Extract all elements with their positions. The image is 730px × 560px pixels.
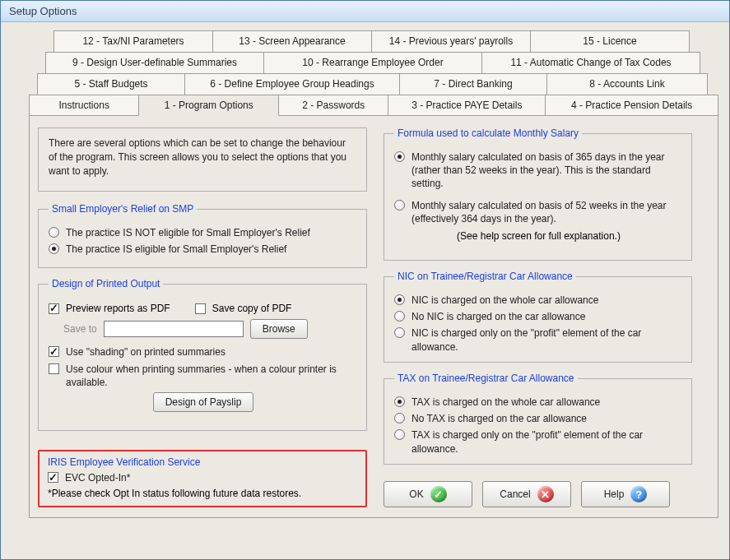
design-payslip-button[interactable]: Design of Payslip [153, 392, 254, 412]
group-printed-legend: Design of Printed Output [49, 278, 163, 289]
radio-salary-52[interactable] [394, 200, 405, 211]
radio-tax-none[interactable] [394, 413, 405, 423]
tab-15[interactable]: 15 - Licence [530, 30, 690, 52]
radio-smp-not-eligible[interactable] [49, 227, 59, 238]
browse-button[interactable]: Browse [250, 319, 308, 339]
radio-nic-whole[interactable] [394, 294, 405, 305]
check-shading[interactable] [49, 346, 59, 357]
group-smp: Small Employer's Relief on SMP The pract… [38, 203, 367, 268]
left-column: There are several options which can be s… [38, 127, 367, 507]
intro-text: There are several options which can be s… [38, 127, 367, 192]
cancel-button[interactable]: Cancel ✕ [482, 481, 571, 507]
label-nic-profit: NIC is charged only on the "profit" elem… [411, 326, 683, 353]
help-button[interactable]: Help ? [581, 481, 670, 507]
group-tax-legend: TAX on Trainee/Registrar Car Allowance [394, 373, 578, 384]
tabs-row-1: 12 - Tax/NI Parameters 13 - Screen Appea… [53, 30, 695, 52]
tab-9[interactable]: 9 - Design User-definable Summaries [45, 52, 264, 73]
label-nic-none: No NIC is charged on the car allowance [411, 310, 585, 323]
label-salary-365: Monthly salary calculated on basis of 36… [411, 150, 683, 191]
label-shading: Use "shading" on printed summaries [66, 345, 226, 359]
radio-smp-eligible[interactable] [49, 243, 59, 254]
check-evc-opted-in[interactable] [48, 472, 58, 483]
label-preview-pdf: Preview reports as PDF [66, 303, 170, 314]
radio-tax-profit[interactable] [394, 429, 405, 440]
label-nic-whole: NIC is charged on the whole car allowanc… [411, 294, 598, 307]
checkmark-icon: ✓ [430, 486, 447, 502]
setup-options-window: Setup Options 12 - Tax/NI Parameters 13 … [0, 0, 730, 560]
tab-panel: There are several options which can be s… [29, 115, 718, 518]
tabs-row-2: 9 - Design User-definable Summaries 10 -… [45, 52, 702, 73]
radio-nic-none[interactable] [394, 311, 405, 322]
tab-7[interactable]: 7 - Direct Banking [399, 73, 547, 95]
input-save-to[interactable] [104, 321, 244, 337]
label-smp-eligible: The practice IS eligible for Small Emplo… [66, 243, 286, 256]
group-nic-legend: NIC on Trainee/Registrar Car Allowance [394, 271, 576, 282]
check-colour-print[interactable] [49, 363, 59, 374]
dialog-buttons: OK ✓ Cancel ✕ Help ? [384, 474, 692, 507]
label-tax-whole: TAX is charged on the whole car allowanc… [411, 396, 600, 409]
group-monthly-legend: Formula used to calculate Monthly Salary [394, 127, 582, 139]
radio-nic-profit[interactable] [394, 327, 405, 338]
label-smp-not-eligible: The practice IS NOT eligible for Small E… [66, 226, 310, 239]
help-label: Help [604, 488, 625, 500]
group-evc: IRIS Employee Verification Service EVC O… [38, 450, 367, 507]
ok-button[interactable]: OK ✓ [384, 481, 472, 507]
label-save-copy-pdf: Save copy of PDF [212, 303, 292, 314]
tab-8[interactable]: 8 - Accounts Link [546, 73, 708, 95]
group-monthly-salary: Formula used to calculate Monthly Salary… [384, 127, 692, 261]
group-evc-legend: IRIS Employee Verification Service [48, 456, 357, 468]
label-salary-52: Monthly salary calculated on basis of 52… [411, 199, 683, 225]
ok-label: OK [409, 488, 423, 500]
tab-12[interactable]: 12 - Tax/NI Parameters [53, 30, 213, 52]
label-save-to: Save to [63, 323, 97, 335]
tab-program-options[interactable]: 1 - Program Options [138, 95, 279, 116]
tab-practice-pension[interactable]: 4 - Practice Pension Details [545, 95, 718, 116]
tab-passwords[interactable]: 2 - Passwords [278, 95, 388, 116]
group-printed-output: Design of Printed Output Preview reports… [38, 278, 367, 431]
tabs-row-4: Instructions 1 - Program Options 2 - Pas… [29, 95, 718, 116]
label-tax-none: No TAX is charged on the car allowance [411, 412, 587, 425]
question-icon: ? [630, 486, 647, 502]
label-salary-help: (See help screen for full explanation.) [394, 230, 683, 242]
group-nic: NIC on Trainee/Registrar Car Allowance N… [384, 271, 692, 363]
right-column: Formula used to calculate Monthly Salary… [384, 127, 692, 507]
tab-11[interactable]: 11 - Automatic Change of Tax Codes [481, 52, 700, 73]
group-tax: TAX on Trainee/Registrar Car Allowance T… [384, 373, 692, 465]
label-colour-print: Use colour when printing summaries - whe… [66, 363, 358, 389]
cancel-label: Cancel [500, 488, 530, 500]
close-icon: ✕ [537, 486, 554, 502]
tab-13[interactable]: 13 - Screen Appearance [212, 30, 372, 52]
tab-5[interactable]: 5 - Staff Budgets [37, 73, 185, 95]
label-tax-profit: TAX is charged only on the "profit" elem… [411, 428, 683, 455]
check-save-copy-pdf[interactable] [195, 303, 206, 314]
radio-tax-whole[interactable] [394, 396, 405, 407]
tab-6[interactable]: 6 - Define Employee Group Headings [184, 73, 400, 95]
tab-instructions[interactable]: Instructions [29, 95, 139, 116]
label-evc-opted-in: EVC Opted-In* [65, 471, 130, 484]
check-preview-pdf[interactable] [49, 303, 59, 314]
client-area: 12 - Tax/NI Parameters 13 - Screen Appea… [1, 22, 729, 559]
group-smp-legend: Small Employer's Relief on SMP [49, 203, 197, 215]
window-title: Setup Options [1, 1, 729, 22]
radio-salary-365[interactable] [394, 151, 405, 162]
tab-14[interactable]: 14 - Previous years' payrolls [371, 30, 531, 52]
tab-10[interactable]: 10 - Rearrange Employee Order [263, 52, 482, 73]
evc-note: *Please check Opt In status following fu… [48, 488, 357, 499]
tab-practice-paye[interactable]: 3 - Practice PAYE Details [388, 95, 546, 116]
tabs-row-3: 5 - Staff Budgets 6 - Define Employee Gr… [37, 73, 710, 95]
